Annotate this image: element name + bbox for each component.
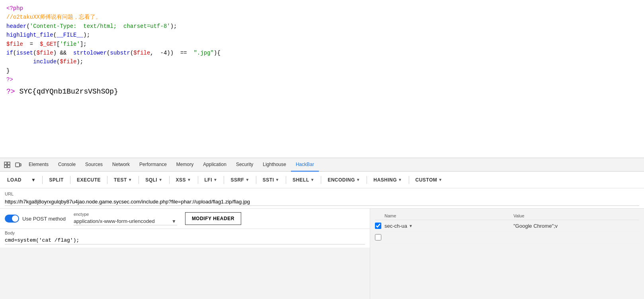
custom-arrow: ▼ bbox=[438, 178, 442, 182]
custom-button[interactable]: CUSTOM ▼ bbox=[412, 175, 447, 185]
header-checkbox-1[interactable] bbox=[375, 223, 381, 229]
toolbar-divider-8 bbox=[256, 176, 256, 184]
device-icon[interactable] bbox=[13, 159, 24, 170]
header-row-2 bbox=[375, 232, 639, 243]
code-line-3: header('Content-Type: text/html; charset… bbox=[6, 22, 638, 31]
svg-rect-0 bbox=[4, 162, 7, 164]
enctype-label: enctype bbox=[74, 212, 177, 217]
load-button[interactable]: LOAD bbox=[3, 175, 25, 185]
toolbar-divider-10 bbox=[321, 176, 321, 184]
header-name-1: sec-ch-ua ▼ bbox=[384, 223, 510, 229]
body-area: Body bbox=[0, 229, 370, 248]
svg-rect-3 bbox=[8, 165, 10, 168]
url-area: URL bbox=[0, 188, 644, 209]
toolbar-divider-5 bbox=[169, 176, 170, 184]
code-line-2: //o2takuXX师傅说有问题，忘看了。 bbox=[6, 13, 638, 21]
tab-memory[interactable]: Memory bbox=[172, 158, 198, 172]
bottom-section: Use POST method enctype application/x-ww… bbox=[0, 209, 644, 299]
tab-network[interactable]: Network bbox=[107, 158, 135, 172]
tab-application[interactable]: Application bbox=[198, 158, 231, 172]
checkbox-col-spacer bbox=[375, 213, 381, 218]
lfi-button[interactable]: LFI ▼ bbox=[201, 175, 222, 185]
toolbar-divider-3 bbox=[107, 176, 107, 184]
svg-rect-4 bbox=[16, 163, 20, 167]
toolbar-divider-2 bbox=[70, 176, 70, 184]
header-value-1: "Google Chrome";v bbox=[513, 223, 639, 229]
tab-sources[interactable]: Sources bbox=[80, 158, 107, 172]
encoding-arrow: ▼ bbox=[356, 178, 360, 182]
tab-bar: Elements Console Sources Network Perform… bbox=[0, 158, 644, 172]
post-toggle-container: Use POST method bbox=[5, 215, 66, 223]
code-line-9: ?> bbox=[6, 75, 638, 84]
header-row-1: sec-ch-ua ▼ "Google Chrome";v bbox=[375, 220, 639, 232]
toolbar-divider-6 bbox=[198, 176, 198, 184]
enctype-container: enctype application/x-www-form-urlencode… bbox=[74, 212, 177, 225]
toolbar-divider-11 bbox=[367, 176, 367, 184]
toolbar-divider-9 bbox=[286, 176, 286, 184]
hashing-arrow: ▼ bbox=[398, 178, 402, 182]
code-line-6: if(isset($file) && strtolower(substr($fi… bbox=[6, 49, 638, 57]
svg-rect-5 bbox=[20, 164, 21, 166]
code-line-8: } bbox=[6, 66, 638, 75]
test-arrow: ▼ bbox=[128, 178, 132, 182]
devtools-panel: Elements Console Sources Network Perform… bbox=[0, 158, 644, 299]
enctype-select-wrapper: application/x-www-form-urlencoded multip… bbox=[74, 217, 177, 225]
post-method-toggle[interactable] bbox=[5, 215, 19, 223]
shell-button[interactable]: SHELL ▼ bbox=[289, 175, 318, 185]
body-label: Body bbox=[5, 231, 365, 235]
svg-rect-1 bbox=[8, 162, 10, 164]
hackbar-toolbar: LOAD ▼ SPLIT EXECUTE TEST ▼ SQLI ▼ XSS ▼… bbox=[0, 172, 644, 188]
modify-header-button[interactable]: MODIFY HEADER bbox=[185, 212, 241, 225]
toolbar-divider-4 bbox=[139, 176, 139, 184]
tab-performance[interactable]: Performance bbox=[135, 158, 172, 172]
tab-hackbar[interactable]: HackBar bbox=[291, 158, 319, 172]
test-button[interactable]: TEST ▼ bbox=[110, 175, 136, 185]
xss-arrow: ▼ bbox=[187, 178, 191, 182]
url-label: URL bbox=[5, 192, 639, 196]
header-row-dropdown-1[interactable]: ▼ bbox=[409, 224, 413, 228]
encoding-button[interactable]: ENCODING ▼ bbox=[324, 175, 364, 185]
right-panel: Name Value sec-ch-ua ▼ "Google Chrome";v bbox=[370, 209, 644, 299]
split-button[interactable]: SPLIT bbox=[45, 175, 68, 185]
tab-console[interactable]: Console bbox=[53, 158, 80, 172]
sqli-button[interactable]: SQLI ▼ bbox=[141, 175, 166, 185]
col-value-header: Value bbox=[513, 213, 639, 218]
tab-security[interactable]: Security bbox=[231, 158, 258, 172]
code-line-1: <?php bbox=[6, 4, 638, 13]
ssti-arrow: ▼ bbox=[275, 178, 279, 182]
header-checkbox-2[interactable] bbox=[375, 234, 381, 240]
code-line-5: $file = $_GET['file']; bbox=[6, 40, 638, 49]
header-columns: Name Value bbox=[375, 212, 639, 220]
col-name-header: Name bbox=[384, 213, 510, 218]
toolbar-divider-7 bbox=[224, 176, 224, 184]
toolbar-divider-12 bbox=[409, 176, 409, 184]
enctype-select[interactable]: application/x-www-form-urlencoded multip… bbox=[74, 217, 177, 225]
options-area: Use POST method enctype application/x-ww… bbox=[0, 209, 370, 229]
tab-lighthouse[interactable]: Lighthouse bbox=[258, 158, 291, 172]
code-line-7: include($file); bbox=[6, 57, 638, 66]
toolbar-divider-1 bbox=[42, 176, 43, 184]
execute-button[interactable]: EXECUTE bbox=[73, 175, 105, 185]
ssrf-arrow: ▼ bbox=[245, 178, 249, 182]
hashing-button[interactable]: HASHING ▼ bbox=[369, 175, 406, 185]
flag-output: ?> CUSTOMSYC{qdYQnb1Bu2rsVShSOp} bbox=[6, 88, 638, 96]
left-panel: Use POST method enctype application/x-ww… bbox=[0, 209, 370, 299]
inspect-icon[interactable] bbox=[2, 159, 13, 170]
url-input[interactable] bbox=[5, 198, 639, 206]
code-display: <?php //o2takuXX师傅说有问题，忘看了。 header('Cont… bbox=[0, 0, 644, 159]
body-input[interactable] bbox=[5, 236, 365, 244]
ssrf-button[interactable]: SSRF ▼ bbox=[226, 175, 253, 185]
lfi-arrow: ▼ bbox=[213, 178, 217, 182]
tab-elements[interactable]: Elements bbox=[24, 158, 53, 172]
shell-arrow: ▼ bbox=[310, 178, 314, 182]
xss-button[interactable]: XSS ▼ bbox=[172, 175, 195, 185]
post-method-label: Use POST method bbox=[22, 216, 66, 222]
code-line-4: highlight_file(__FILE__); bbox=[6, 31, 638, 39]
load-dropdown-arrow[interactable]: ▼ bbox=[27, 175, 40, 185]
ssti-button[interactable]: SSTI ▼ bbox=[259, 175, 283, 185]
svg-rect-2 bbox=[4, 165, 7, 168]
toggle-knob bbox=[12, 215, 18, 222]
sqli-arrow: ▼ bbox=[158, 178, 162, 182]
